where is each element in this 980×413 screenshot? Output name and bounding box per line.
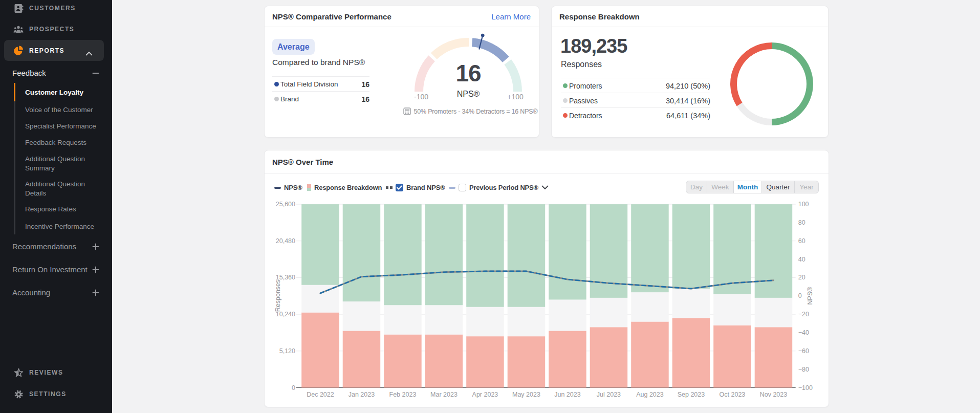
bar-detractors-9[interactable] xyxy=(672,318,710,387)
bar-detractors-8[interactable] xyxy=(631,321,669,387)
legend-line-swatch xyxy=(449,187,455,189)
right-axis-tick: 80 xyxy=(798,219,805,226)
series-value: 30,414 (16%) xyxy=(666,97,710,105)
legend-item-previous-period-nps-[interactable]: Previous Period NPS® xyxy=(449,176,549,199)
x-axis-label: Jun 2023 xyxy=(554,391,580,398)
bar-passives-1[interactable] xyxy=(343,301,381,331)
series-value: 64,611 (34%) xyxy=(666,112,710,120)
bar-promoters-0[interactable] xyxy=(301,204,339,285)
sidebar-item-prospects[interactable]: PROSPECTS xyxy=(0,21,112,37)
bar-passives-6[interactable] xyxy=(549,299,586,331)
sidebar-item-specialist-performance[interactable]: Specialist Performance xyxy=(25,122,98,131)
sidebar-item-additional-question-summary[interactable]: Additional Question Summary xyxy=(25,155,98,172)
bar-passives-8[interactable] xyxy=(631,292,669,321)
left-axis-tick: 25,600 xyxy=(276,201,295,208)
sidebar-item-reports[interactable]: REPORTS xyxy=(4,40,104,61)
collapse-minus-icon[interactable] xyxy=(92,70,99,77)
sidebar-section-accounting[interactable]: Accounting xyxy=(12,288,50,297)
range-button-quarter[interactable]: Quarter xyxy=(761,181,794,193)
range-button-year[interactable]: Year xyxy=(794,181,818,193)
bar-detractors-1[interactable] xyxy=(343,331,381,387)
expand-plus-icon[interactable] xyxy=(92,243,99,250)
bar-passives-7[interactable] xyxy=(590,298,628,327)
accounting-expand-toggle[interactable] xyxy=(92,289,99,296)
range-button-week[interactable]: Week xyxy=(707,181,733,193)
bar-promoters-6[interactable] xyxy=(549,204,586,299)
sidebar-item-reviews[interactable]: REVIEWS xyxy=(0,364,112,381)
bar-detractors-11[interactable] xyxy=(755,327,793,387)
legend-label: Brand NPS® xyxy=(406,184,445,191)
bar-detractors-3[interactable] xyxy=(425,335,463,388)
bar-promoters-5[interactable] xyxy=(508,204,545,307)
right-axis-tick: −100 xyxy=(798,384,813,392)
range-button-day[interactable]: Day xyxy=(686,181,707,193)
gauge-max-label: +100 xyxy=(495,93,536,101)
sidebar-item-customer-loyalty[interactable]: Customer Loyalty xyxy=(25,88,98,97)
right-axis-tick: −20 xyxy=(798,311,809,318)
sidebar-section-return-on-investment[interactable]: Return On Investment xyxy=(12,265,88,274)
x-axis-label: Sep 2023 xyxy=(678,391,705,398)
right-axis-tick: 0 xyxy=(798,292,802,299)
series-label: Passives xyxy=(569,97,598,105)
sidebar-item-voice-of-the-customer[interactable]: Voice of the Customer xyxy=(25,105,98,115)
bar-passives-10[interactable] xyxy=(713,294,751,325)
left-axis-tick: 20,480 xyxy=(276,237,295,245)
legend-dotted-swatch xyxy=(386,186,393,189)
sidebar-item-additional-question-details[interactable]: Additional Question Details xyxy=(25,180,98,198)
bar-passives-11[interactable] xyxy=(755,298,793,327)
bar-promoters-3[interactable] xyxy=(425,204,463,305)
bar-passives-5[interactable] xyxy=(508,307,545,336)
feedback-collapse-toggle[interactable] xyxy=(92,70,99,77)
bar-passives-9[interactable] xyxy=(672,289,710,318)
comparison-row: Total Field Division16 xyxy=(272,76,369,91)
bar-passives-3[interactable] xyxy=(425,305,463,334)
return-on-investment-expand-toggle[interactable] xyxy=(92,266,99,273)
legend-label: NPS® xyxy=(284,184,302,191)
gauge-segment xyxy=(431,38,469,59)
legend-checkbox-unchecked[interactable] xyxy=(459,184,466,191)
x-axis-label: Feb 2023 xyxy=(389,391,417,398)
breakdown-row: Detractors64,611 (34%) xyxy=(561,107,710,122)
card-header: NPS® Over Time xyxy=(265,150,829,173)
legend-item-brand-nps-[interactable]: Brand NPS® xyxy=(386,176,445,199)
left-axis-title: Responses xyxy=(274,280,281,312)
bar-promoters-8[interactable] xyxy=(631,204,669,292)
bar-promoters-1[interactable] xyxy=(343,204,381,301)
x-axis-label: Jul 2023 xyxy=(597,391,621,398)
range-button-month[interactable]: Month xyxy=(733,181,761,193)
legend-checkbox-checked[interactable] xyxy=(396,184,403,191)
bar-passives-4[interactable] xyxy=(466,307,504,336)
bar-promoters-9[interactable] xyxy=(672,204,710,289)
sidebar-item-settings[interactable]: SETTINGS xyxy=(0,386,112,402)
bar-detractors-5[interactable] xyxy=(508,336,545,387)
comparison-row: Brand16 xyxy=(272,91,369,106)
address-book-icon xyxy=(14,4,24,13)
bar-detractors-6[interactable] xyxy=(549,331,586,387)
bar-detractors-7[interactable] xyxy=(590,327,628,387)
sidebar-item-response-rates[interactable]: Response Rates xyxy=(25,205,98,214)
gear-icon xyxy=(14,389,24,399)
series-label: Detractors xyxy=(569,112,602,120)
bar-detractors-0[interactable] xyxy=(301,313,339,388)
bar-detractors-2[interactable] xyxy=(384,335,422,388)
sidebar-section-recommendations[interactable]: Recommendations xyxy=(12,242,76,251)
bar-promoters-2[interactable] xyxy=(384,204,422,305)
card-title: Response Breakdown xyxy=(559,12,640,21)
bar-promoters-4[interactable] xyxy=(466,204,504,307)
bar-detractors-4[interactable] xyxy=(466,336,504,387)
bar-promoters-10[interactable] xyxy=(713,204,751,294)
card-header: Response Breakdown xyxy=(552,6,828,27)
total-responses-label: Responses xyxy=(561,60,602,69)
bar-detractors-10[interactable] xyxy=(713,325,751,388)
bar-passives-2[interactable] xyxy=(384,305,422,334)
learn-more-link[interactable]: Learn More xyxy=(491,12,531,21)
recommendations-expand-toggle[interactable] xyxy=(92,243,99,250)
expand-plus-icon[interactable] xyxy=(92,289,99,296)
sidebar-item-feedback-requests[interactable]: Feedback Requests xyxy=(25,138,98,147)
bar-passives-0[interactable] xyxy=(301,285,339,313)
sidebar-section-feedback[interactable]: Feedback xyxy=(12,69,46,77)
sidebar-item-incentive-performance[interactable]: Incentive Performance xyxy=(25,222,98,231)
expand-plus-icon[interactable] xyxy=(92,266,99,273)
sidebar-item-customers[interactable]: CUSTOMERS xyxy=(0,0,112,16)
bar-promoters-11[interactable] xyxy=(755,204,793,298)
